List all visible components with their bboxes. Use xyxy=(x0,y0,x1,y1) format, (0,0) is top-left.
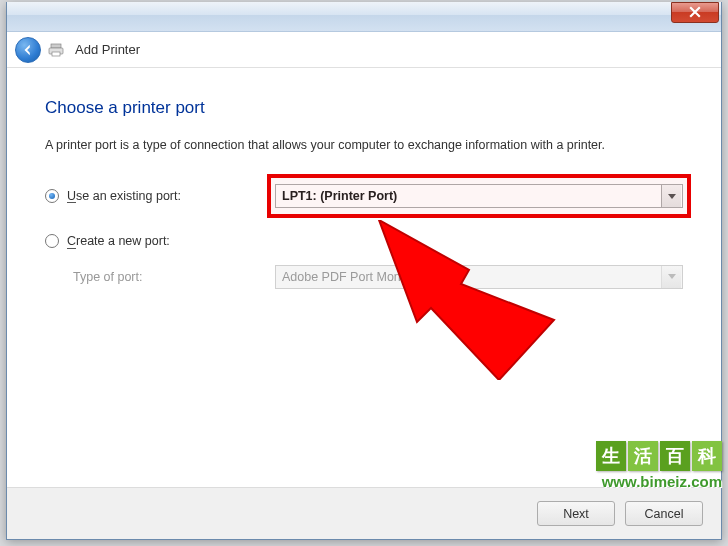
close-icon xyxy=(689,6,701,18)
row-type-of-port: Type of port: Adobe PDF Port Monitor xyxy=(45,265,683,289)
existing-port-combo-wrap: LPT1: (Printer Port) xyxy=(275,184,683,208)
row-existing-port: Use an existing port: LPT1: (Printer Por… xyxy=(45,184,683,208)
next-button[interactable]: Next xyxy=(537,501,615,526)
watermark-char: 科 xyxy=(692,441,722,471)
button-bar: Next Cancel xyxy=(7,487,721,539)
existing-port-dropdown[interactable]: LPT1: (Printer Port) xyxy=(275,184,683,208)
radio-icon xyxy=(45,189,59,203)
watermark-char: 生 xyxy=(596,441,626,471)
back-button[interactable] xyxy=(15,37,41,63)
wizard-body: Choose a printer port A printer port is … xyxy=(7,68,721,289)
dropdown-button xyxy=(661,266,681,288)
back-arrow-icon xyxy=(21,43,35,57)
radio-icon xyxy=(45,234,59,248)
radio-label: Create a new port: xyxy=(67,234,170,249)
chevron-down-icon xyxy=(668,194,676,199)
dropdown-value: LPT1: (Printer Port) xyxy=(282,189,661,203)
type-of-port-dropdown: Adobe PDF Port Monitor xyxy=(275,265,683,289)
type-of-port-label: Type of port: xyxy=(45,270,275,284)
watermark-url: www.bimeiz.com xyxy=(596,473,722,490)
dropdown-value: Adobe PDF Port Monitor xyxy=(282,270,661,284)
close-button[interactable] xyxy=(671,2,719,23)
watermark: 生 活 百 科 www.bimeiz.com xyxy=(596,441,722,490)
row-create-port: Create a new port: xyxy=(45,234,683,249)
page-description: A printer port is a type of connection t… xyxy=(45,138,683,152)
radio-label: Use an existing port: xyxy=(67,189,181,204)
svg-rect-0 xyxy=(51,44,61,48)
radio-create-port[interactable]: Create a new port: xyxy=(45,234,275,249)
page-heading: Choose a printer port xyxy=(45,98,683,118)
watermark-char: 活 xyxy=(628,441,658,471)
title-bar xyxy=(7,2,721,32)
svg-rect-2 xyxy=(52,52,60,56)
watermark-char: 百 xyxy=(660,441,690,471)
nav-bar: Add Printer xyxy=(7,32,721,68)
nav-title: Add Printer xyxy=(75,42,140,57)
dropdown-button[interactable] xyxy=(661,185,681,207)
cancel-button[interactable]: Cancel xyxy=(625,501,703,526)
chevron-down-icon xyxy=(668,274,676,279)
radio-existing-port[interactable]: Use an existing port: xyxy=(45,189,275,204)
printer-icon xyxy=(47,41,65,59)
